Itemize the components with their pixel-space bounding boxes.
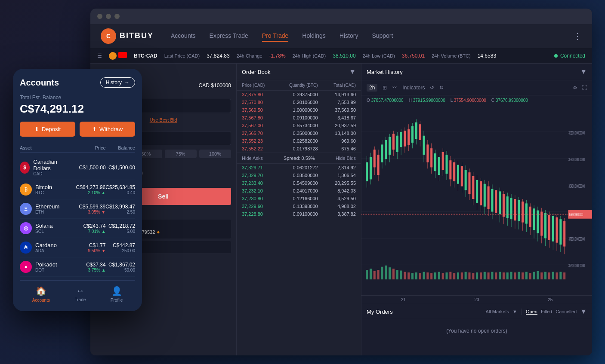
mobile-bottom-nav: 🏠 Accounts ↔ Trade 👤 Profile xyxy=(20,280,135,303)
withdraw-button[interactable]: ⬆ Withdraw xyxy=(80,122,135,137)
chart-title: Market History xyxy=(367,69,403,75)
orders-all-markets[interactable]: All Markets xyxy=(486,309,509,314)
svg-rect-114 xyxy=(373,271,376,279)
svg-rect-118 xyxy=(389,267,391,279)
bid-row-1[interactable]: 37,329.71 0.06201272 2,314.92 xyxy=(237,164,361,171)
svg-rect-147 xyxy=(499,272,501,279)
asset-row-eth[interactable]: Ξ Ethereum ETH C$5,599.39 3.05% ▼ C$13,9… xyxy=(20,199,135,219)
asset-row-dot[interactable]: ● Polkadot DOT C$37.34 3.75% ▲ C$1,867.0… xyxy=(20,257,135,277)
ask-row-1[interactable]: 37,875.80 0.39375000 14,913.60 xyxy=(237,91,361,98)
ask-row-2[interactable]: 37,570.80 0.20106000 7,553.99 xyxy=(237,98,361,106)
asset-price-ada: C$1.77 9.50% ▼ xyxy=(69,242,106,253)
asset-row-sol[interactable]: ◎ Solana SOL C$243.74 7.01% ▲ C$1,218.72… xyxy=(20,219,135,238)
nav-support[interactable]: Support xyxy=(372,31,393,42)
bid-row-4[interactable]: 37,232.10 0.24017000 8,942.03 xyxy=(237,187,361,195)
chart-timeframe[interactable]: 2h xyxy=(367,84,377,92)
trade-nav-icon: ↔ xyxy=(76,286,84,296)
orders-status-cancelled[interactable]: Cancelled xyxy=(556,309,577,314)
svg-rect-127 xyxy=(423,272,425,279)
mobile-history-button[interactable]: History → xyxy=(100,77,135,88)
my-orders-chevron-icon[interactable]: ▼ xyxy=(580,308,587,315)
asset-balance-sol: C$1,218.72 5.00 xyxy=(106,223,135,234)
ask-row-3[interactable]: 37,569.50 1.00000000 37,569.50 xyxy=(237,106,361,114)
nav-express-trade[interactable]: Express Trade xyxy=(210,31,248,42)
profile-nav-icon: 👤 xyxy=(111,286,122,296)
x-label-21: 21 xyxy=(401,297,406,302)
asset-balance-ada: C$442.87 250.00 xyxy=(106,242,135,253)
asset-price-cad: C$1,500.00 xyxy=(69,165,106,171)
chart-candle-icon[interactable]: ⊞ xyxy=(383,85,387,91)
x-label-23: 23 xyxy=(474,297,479,302)
svg-rect-131 xyxy=(438,272,440,279)
ask-row-7[interactable]: 37,552.23 0.02582000 969.60 xyxy=(237,137,361,145)
ticker-pair[interactable]: BTC-CAD xyxy=(134,53,157,59)
svg-rect-137 xyxy=(461,272,463,279)
svg-rect-148 xyxy=(503,272,505,279)
svg-rect-128 xyxy=(426,272,429,279)
bid-row-7[interactable]: 37,228.80 0.09100000 3,387.82 xyxy=(237,210,361,218)
orders-status-filled[interactable]: Filled xyxy=(541,309,552,314)
svg-rect-111 xyxy=(563,221,565,247)
pct-100-btn[interactable]: 100% xyxy=(199,150,231,158)
order-book-panel: Order Book ▼ Price (CAD) Quantity (BTC) … xyxy=(237,64,361,355)
orders-status-open[interactable]: Open xyxy=(526,309,537,315)
ask-row-6[interactable]: 37,565.70 0.35000000 13,148.00 xyxy=(237,129,361,137)
asset-price-sol: C$243.74 7.01% ▲ xyxy=(69,223,106,234)
chart-chevron-icon[interactable]: ▼ xyxy=(580,68,587,76)
svg-rect-99 xyxy=(540,212,543,236)
bid-row-5[interactable]: 37,230.80 0.12166000 4,529.50 xyxy=(237,195,361,202)
svg-text:37676.99000000: 37676.99000000 xyxy=(569,212,583,217)
asset-info-btc: ₿ Bitcoin BTC xyxy=(20,184,69,196)
redo-icon[interactable]: ↻ xyxy=(439,85,444,91)
asset-name-dot: Polkadot DOT xyxy=(35,261,57,272)
nav-accounts[interactable]: Accounts xyxy=(171,31,196,42)
svg-text:38800.00000000: 38800.00000000 xyxy=(568,156,585,162)
svg-rect-7 xyxy=(366,162,368,181)
mobile-nav-accounts[interactable]: 🏠 Accounts xyxy=(32,286,50,303)
settings-icon[interactable]: ⚙ xyxy=(573,85,577,91)
svg-rect-145 xyxy=(491,272,493,279)
mobile-nav-profile[interactable]: 👤 Profile xyxy=(111,286,123,303)
nav-pro-trade[interactable]: Pro Trade xyxy=(262,31,288,42)
svg-rect-19 xyxy=(389,137,391,155)
ask-row-8[interactable]: 37,552.22 0.01798728 675.46 xyxy=(237,145,361,153)
fullscreen-icon[interactable]: ⛶ xyxy=(582,85,587,91)
asset-col-balance: Balance xyxy=(106,145,135,150)
svg-rect-157 xyxy=(537,271,539,279)
hide-bids-btn[interactable]: Hide Bids xyxy=(336,156,356,161)
ask-row-5[interactable]: 37,567.00 0.55734000 20,937.59 xyxy=(237,122,361,129)
bid-row-3[interactable]: 37,233.40 0.54509000 20,295.55 xyxy=(237,179,361,187)
asset-balance-dot: C$1,867.02 50.00 xyxy=(106,262,135,272)
chart-panel: Market History ▼ 2h ⊞ 〰 Indicators ↺ ↻ ⚙… xyxy=(361,64,592,355)
order-book-header: Order Book ▼ xyxy=(237,64,361,80)
svg-rect-27 xyxy=(404,131,406,147)
svg-rect-138 xyxy=(465,272,467,279)
bid-row-2[interactable]: 37,329.70 0.03500000 1,306.54 xyxy=(237,171,361,179)
deposit-button[interactable]: ⬇ Deposit xyxy=(20,122,75,137)
asset-row-ada[interactable]: ₳ Cardano ADA C$1.77 9.50% ▼ C$442.87 25… xyxy=(20,238,135,257)
svg-rect-31 xyxy=(411,126,414,143)
hide-asks-btn[interactable]: Hide Asks xyxy=(242,156,263,161)
pct-75-btn[interactable]: 75% xyxy=(165,150,197,158)
svg-rect-87 xyxy=(518,200,520,221)
ticker-menu-icon[interactable]: ☰ xyxy=(97,53,102,59)
svg-rect-83 xyxy=(510,198,512,219)
asset-icon-sol: ◎ xyxy=(20,222,32,234)
svg-rect-97 xyxy=(537,211,539,233)
nav-more-menu[interactable]: ⋮ xyxy=(573,31,582,41)
ticker-last-price: 37,824.83 xyxy=(207,53,229,59)
chart-line-icon[interactable]: 〰 xyxy=(392,85,397,91)
undo-icon[interactable]: ↺ xyxy=(430,85,434,91)
bid-row-6[interactable]: 37,229.60 0.13398000 4,988.02 xyxy=(237,202,361,210)
indicators-button[interactable]: Indicators xyxy=(402,85,425,91)
order-book-chevron-icon[interactable]: ▼ xyxy=(349,68,356,76)
asset-row-btc[interactable]: ₿ Bitcoin BTC C$64,273.96 2.10% ▲ C$25,6… xyxy=(20,180,135,199)
asset-row-cad[interactable]: $ Canadian Dollars CAD C$1,500.00 C$1,50… xyxy=(20,155,135,180)
chart-area: 39200.00000000 38800.00000000 38400.0000… xyxy=(361,105,592,295)
asks-list: 37,875.80 0.39375000 14,913.60 37,570.80… xyxy=(237,91,361,153)
nav-history[interactable]: History xyxy=(340,31,358,42)
ask-row-4[interactable]: 37,567.80 0.09100000 3,418.67 xyxy=(237,114,361,122)
mobile-nav-trade[interactable]: ↔ Trade xyxy=(75,286,86,303)
nav-holdings[interactable]: Holdings xyxy=(302,31,325,42)
asset-name-sol: Solana SOL xyxy=(35,223,52,234)
